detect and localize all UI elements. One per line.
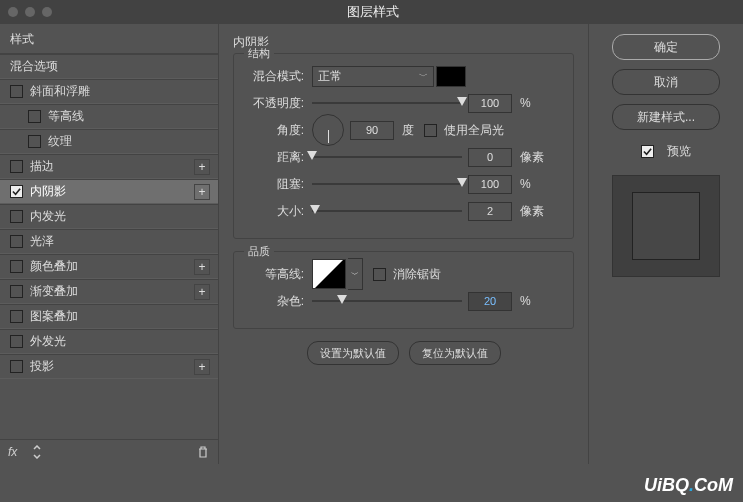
angle-unit: 度 (402, 122, 414, 139)
quality-legend: 品质 (244, 244, 274, 259)
opacity-input[interactable]: 100 (468, 94, 512, 113)
checkbox-icon[interactable] (10, 310, 23, 323)
sidebar-item-label: 等高线 (48, 108, 210, 125)
sidebar-header: 样式 (0, 24, 218, 54)
sidebar-item-label: 纹理 (48, 133, 210, 150)
structure-legend: 结构 (244, 46, 274, 61)
chevron-down-icon: ﹀ (419, 70, 428, 83)
checkbox-icon[interactable] (10, 210, 23, 223)
blend-mode-select[interactable]: 正常 ﹀ (312, 66, 434, 87)
angle-dial[interactable] (312, 114, 344, 146)
set-default-button[interactable]: 设置为默认值 (307, 341, 399, 365)
size-unit: 像素 (520, 203, 544, 220)
fx-icon[interactable]: fx (8, 445, 22, 459)
sidebar-item-label: 颜色叠加 (30, 258, 194, 275)
noise-input[interactable]: 20 (468, 292, 512, 311)
antialias-checkbox[interactable] (373, 268, 386, 281)
traffic-min[interactable] (25, 7, 35, 17)
checkbox-icon[interactable] (10, 235, 23, 248)
global-light-label: 使用全局光 (444, 122, 504, 139)
color-swatch[interactable] (436, 66, 466, 87)
panel-title: 内阴影 (233, 34, 574, 51)
sidebar-item-contour[interactable]: 等高线 (0, 104, 218, 129)
opacity-slider[interactable] (312, 96, 462, 110)
sidebar-item-label: 内发光 (30, 208, 210, 225)
titlebar: 图层样式 (0, 0, 743, 24)
global-light-checkbox[interactable] (424, 124, 437, 137)
checkbox-icon[interactable] (10, 160, 23, 173)
quality-fieldset: 品质 等高线: ﹀ 消除锯齿 杂色: 20 % (233, 251, 574, 329)
sidebar-item-inner-shadow[interactable]: 内阴影 + (0, 179, 218, 204)
sidebar-item-color-overlay[interactable]: 颜色叠加 + (0, 254, 218, 279)
contour-picker[interactable] (312, 259, 346, 289)
plus-icon[interactable]: + (194, 159, 210, 175)
preview-label: 预览 (667, 143, 691, 160)
blend-mode-label: 混合模式: (246, 68, 304, 85)
opacity-unit: % (520, 96, 531, 110)
choke-unit: % (520, 177, 531, 191)
choke-slider[interactable] (312, 177, 462, 191)
sidebar-item-label: 图案叠加 (30, 308, 210, 325)
watermark: UiBQ.CoM (644, 475, 733, 496)
sidebar-item-satin[interactable]: 光泽 (0, 229, 218, 254)
noise-slider[interactable] (312, 294, 462, 308)
checkbox-icon[interactable] (10, 85, 23, 98)
distance-slider[interactable] (312, 150, 462, 164)
sidebar-item-pattern-overlay[interactable]: 图案叠加 (0, 304, 218, 329)
checkbox-icon[interactable] (10, 285, 23, 298)
checkbox-icon[interactable] (10, 260, 23, 273)
sidebar-item-inner-glow[interactable]: 内发光 (0, 204, 218, 229)
distance-label: 距离: (246, 149, 304, 166)
checkbox-icon[interactable] (10, 335, 23, 348)
sidebar-item-label: 投影 (30, 358, 194, 375)
opacity-label: 不透明度: (246, 95, 304, 112)
sidebar-item-drop-shadow[interactable]: 投影 + (0, 354, 218, 379)
plus-icon[interactable]: + (194, 359, 210, 375)
angle-input[interactable]: 90 (350, 121, 394, 140)
checkbox-icon[interactable] (10, 185, 23, 198)
main-panel: 内阴影 结构 混合模式: 正常 ﹀ 不透明度: 100 % (218, 24, 589, 464)
sidebar-item-label: 渐变叠加 (30, 283, 194, 300)
noise-unit: % (520, 294, 531, 308)
sidebar-item-label: 内阴影 (30, 183, 194, 200)
arrows-icon[interactable] (30, 445, 44, 459)
size-input[interactable]: 2 (468, 202, 512, 221)
traffic-max[interactable] (42, 7, 52, 17)
contour-label: 等高线: (246, 266, 304, 283)
checkbox-icon[interactable] (10, 360, 23, 373)
blend-mode-value: 正常 (318, 68, 342, 85)
checkbox-icon[interactable] (28, 135, 41, 148)
sidebar-item-blend-options[interactable]: 混合选项 (0, 54, 218, 79)
sidebar-item-stroke[interactable]: 描边 + (0, 154, 218, 179)
preview-checkbox[interactable] (641, 145, 654, 158)
reset-default-button[interactable]: 复位为默认值 (409, 341, 501, 365)
trash-icon[interactable] (196, 445, 210, 459)
preview-pane (612, 175, 720, 277)
choke-label: 阻塞: (246, 176, 304, 193)
sidebar-item-gradient-overlay[interactable]: 渐变叠加 + (0, 279, 218, 304)
contour-dropdown[interactable]: ﹀ (348, 258, 363, 290)
choke-input[interactable]: 100 (468, 175, 512, 194)
checkbox-icon[interactable] (28, 110, 41, 123)
cancel-button[interactable]: 取消 (612, 69, 720, 95)
ok-button[interactable]: 确定 (612, 34, 720, 60)
sidebar-item-label: 描边 (30, 158, 194, 175)
sidebar-item-bevel[interactable]: 斜面和浮雕 (0, 79, 218, 104)
size-slider[interactable] (312, 204, 462, 218)
plus-icon[interactable]: + (194, 184, 210, 200)
new-style-button[interactable]: 新建样式... (612, 104, 720, 130)
sidebar-item-label: 光泽 (30, 233, 210, 250)
size-label: 大小: (246, 203, 304, 220)
right-panel: 确定 取消 新建样式... 预览 (589, 24, 743, 464)
distance-input[interactable]: 0 (468, 148, 512, 167)
angle-label: 角度: (246, 122, 304, 139)
traffic-close[interactable] (8, 7, 18, 17)
sidebar-item-texture[interactable]: 纹理 (0, 129, 218, 154)
sidebar-item-label: 混合选项 (10, 58, 210, 75)
sidebar-item-label: 斜面和浮雕 (30, 83, 210, 100)
sidebar-item-outer-glow[interactable]: 外发光 (0, 329, 218, 354)
structure-fieldset: 结构 混合模式: 正常 ﹀ 不透明度: 100 % 角度: (233, 53, 574, 239)
plus-icon[interactable]: + (194, 259, 210, 275)
sidebar-item-label: 外发光 (30, 333, 210, 350)
plus-icon[interactable]: + (194, 284, 210, 300)
